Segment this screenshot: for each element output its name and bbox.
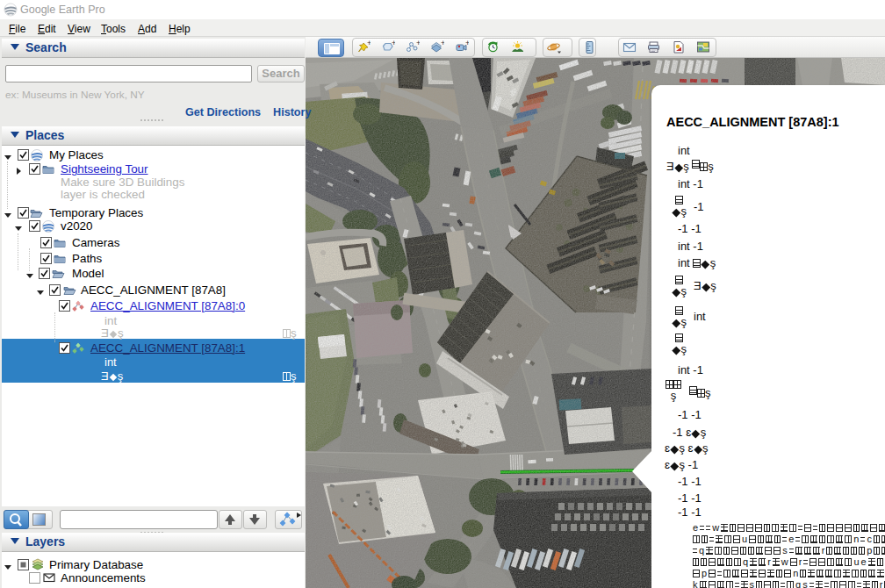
svg-text:+: + xyxy=(465,40,469,47)
svg-text:+: + xyxy=(441,40,444,47)
svg-text:+: + xyxy=(367,40,371,47)
svg-text:+: + xyxy=(416,40,420,47)
svg-text:+: + xyxy=(392,40,395,47)
